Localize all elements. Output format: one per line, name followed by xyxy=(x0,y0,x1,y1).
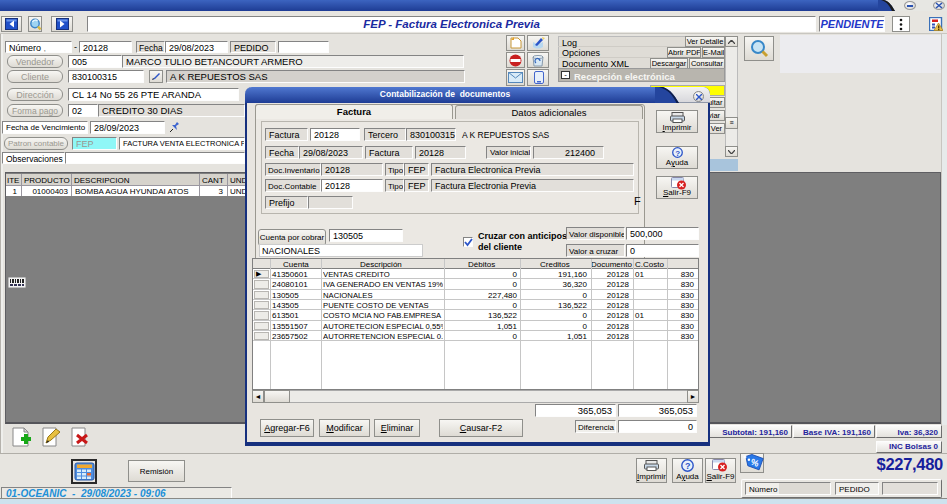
svg-text:?: ? xyxy=(685,461,691,471)
svg-text:?: ? xyxy=(675,149,680,158)
